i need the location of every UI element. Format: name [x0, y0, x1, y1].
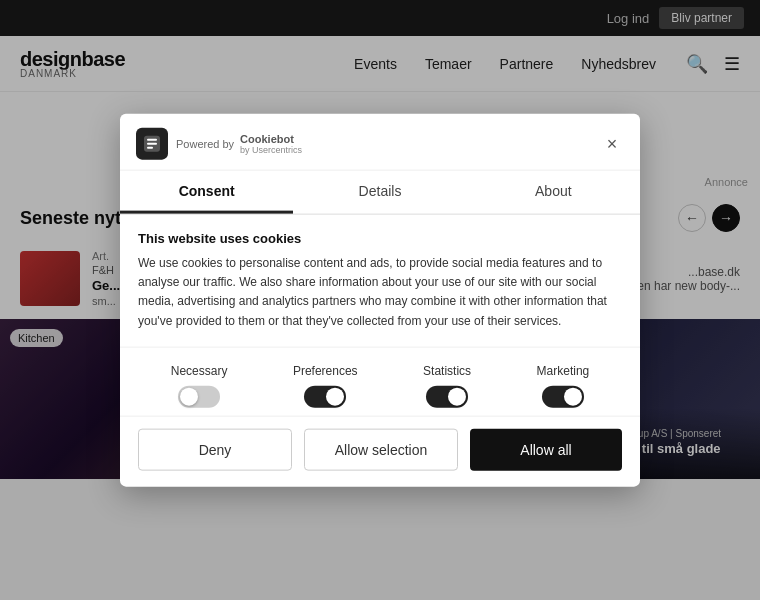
svg-rect-1: [147, 139, 157, 141]
necessary-toggle[interactable]: [178, 385, 220, 407]
preferences-label: Preferences: [293, 363, 358, 377]
cookie-description: We use cookies to personalise content an…: [138, 254, 622, 331]
cookie-logo-area: Powered by Cookiebot by Usercentrics: [136, 128, 302, 160]
cookie-header: Powered by Cookiebot by Usercentrics ×: [120, 114, 640, 171]
statistics-knob: [448, 387, 466, 405]
tab-details[interactable]: Details: [293, 171, 466, 214]
tab-about[interactable]: About: [467, 171, 640, 214]
tab-consent[interactable]: Consent: [120, 171, 293, 214]
cookie-tabs: Consent Details About: [120, 171, 640, 215]
toggle-preferences: Preferences: [293, 363, 358, 407]
deny-button[interactable]: Deny: [138, 428, 292, 470]
powered-by-label: Powered by: [176, 138, 234, 150]
toggle-statistics: Statistics: [423, 363, 471, 407]
cookiebot-sub: by Usercentrics: [240, 145, 302, 155]
cookiebot-branding: Powered by Cookiebot by Usercentrics: [176, 133, 302, 155]
necessary-knob: [180, 387, 198, 405]
toggle-necessary: Necessary: [171, 363, 228, 407]
statistics-toggle[interactable]: [426, 385, 468, 407]
preferences-toggle[interactable]: [304, 385, 346, 407]
marketing-toggle[interactable]: [542, 385, 584, 407]
cookie-close-button[interactable]: ×: [600, 132, 624, 156]
statistics-label: Statistics: [423, 363, 471, 377]
cookie-dialog: Powered by Cookiebot by Usercentrics × C…: [120, 114, 640, 487]
cookiebot-icon: [136, 128, 168, 160]
svg-rect-2: [147, 143, 157, 145]
allow-selection-button[interactable]: Allow selection: [304, 428, 458, 470]
marketing-knob: [564, 387, 582, 405]
cookie-intro: This website uses cookies: [138, 231, 622, 246]
necessary-label: Necessary: [171, 363, 228, 377]
marketing-label: Marketing: [537, 363, 590, 377]
allow-all-button[interactable]: Allow all: [470, 428, 622, 470]
preferences-knob: [326, 387, 344, 405]
cookie-body: This website uses cookies We use cookies…: [120, 215, 640, 347]
toggle-marketing: Marketing: [537, 363, 590, 407]
svg-rect-3: [147, 147, 153, 149]
cookie-actions: Deny Allow selection Allow all: [120, 415, 640, 486]
toggle-row: Necessary Preferences Statistics Marketi…: [120, 346, 640, 415]
cookiebot-name: Cookiebot: [240, 133, 294, 145]
